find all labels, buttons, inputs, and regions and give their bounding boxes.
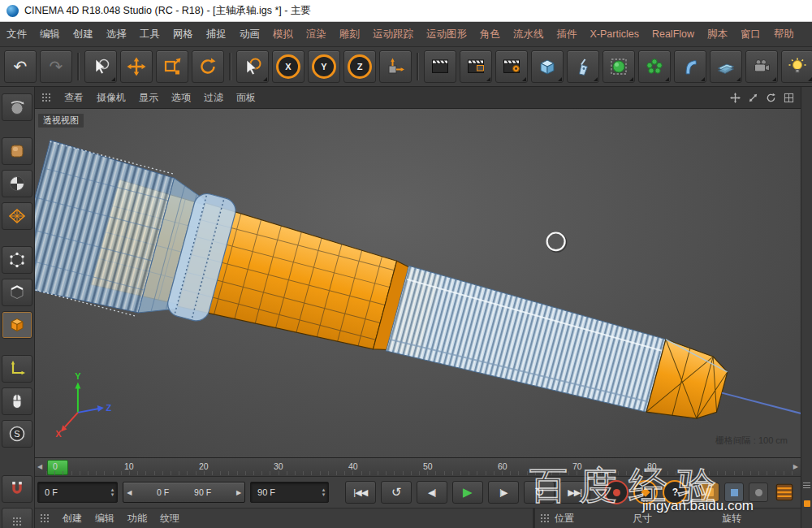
render-picture-viewer-button[interactable] bbox=[460, 50, 492, 83]
rotation-key-icon bbox=[755, 489, 762, 496]
vp-menu-panel[interactable]: 面板 bbox=[236, 91, 256, 105]
ruler-right-arrow-icon[interactable]: ▶ bbox=[793, 463, 798, 470]
floor-environment-button[interactable] bbox=[710, 50, 742, 83]
workplane-mode-button[interactable] bbox=[2, 202, 32, 230]
menu-item-animate[interactable]: 动画 bbox=[240, 28, 260, 41]
enable-axis-button[interactable] bbox=[2, 355, 32, 383]
materials-menu-texture[interactable]: 纹理 bbox=[160, 512, 179, 526]
next-key-button[interactable]: ↻ bbox=[524, 481, 555, 504]
magnet-snap-button[interactable] bbox=[2, 475, 32, 503]
mouse-icon bbox=[7, 392, 27, 411]
points-mode-button[interactable] bbox=[2, 246, 32, 274]
right-panel-strip[interactable] bbox=[801, 87, 812, 528]
current-frame-field[interactable]: 0 F ▴▾ bbox=[37, 482, 118, 503]
menu-item-simulate[interactable]: 模拟 bbox=[273, 28, 293, 41]
snap-settings-button[interactable]: S bbox=[2, 420, 32, 448]
frame-spinner[interactable]: ▴▾ bbox=[321, 487, 327, 497]
frame-range-slider[interactable]: ◀ 0 F 90 F ▶ bbox=[123, 482, 245, 503]
menu-item-motion-tracker[interactable]: 运动跟踪 bbox=[373, 28, 413, 41]
polygon-mode-button[interactable] bbox=[2, 311, 32, 339]
sidebar-grip[interactable] bbox=[2, 508, 32, 528]
vp-menu-filter[interactable]: 过滤 bbox=[204, 91, 223, 105]
materials-menu-edit[interactable]: 编辑 bbox=[95, 512, 114, 526]
lock-x-axis-button[interactable]: X bbox=[272, 50, 304, 83]
redo-button[interactable]: ↷ bbox=[40, 50, 72, 83]
coordinate-system-button[interactable] bbox=[379, 50, 412, 83]
array-generator-button[interactable] bbox=[638, 50, 671, 83]
menu-item-mograph[interactable]: 运动图形 bbox=[426, 28, 467, 41]
frame-spinner[interactable]: ▴▾ bbox=[110, 487, 116, 497]
end-frame-field[interactable]: 90 F ▴▾ bbox=[250, 482, 329, 503]
convert-object-button[interactable] bbox=[2, 93, 32, 121]
vp-menu-view[interactable]: 查看 bbox=[64, 91, 84, 105]
texture-mode-button[interactable] bbox=[2, 170, 32, 197]
menu-item-pipeline[interactable]: 流水线 bbox=[513, 28, 544, 41]
render-settings-button[interactable] bbox=[495, 50, 528, 83]
ruler-left-arrow-icon[interactable]: ◀ bbox=[37, 463, 42, 470]
vp-menu-display[interactable]: 显示 bbox=[139, 91, 158, 105]
menu-item-select[interactable]: 选择 bbox=[106, 28, 127, 41]
record-rotation-toggle[interactable] bbox=[749, 483, 768, 502]
edge-mode-button[interactable] bbox=[2, 279, 32, 306]
prev-frame-button[interactable]: ◀| bbox=[417, 481, 447, 504]
cursor-select-icon bbox=[91, 57, 110, 76]
materials-menu-create[interactable]: 创建 bbox=[63, 512, 82, 526]
cursor-circle bbox=[547, 233, 565, 251]
menu-item-plugins[interactable]: 插件 bbox=[557, 28, 577, 41]
play-button[interactable]: ▶ bbox=[452, 481, 483, 504]
menu-item-xparticles[interactable]: X-Particles bbox=[590, 28, 639, 40]
subdivision-surface-button[interactable] bbox=[603, 50, 635, 83]
record-position-toggle[interactable] bbox=[700, 483, 719, 502]
vp-menu-camera[interactable]: 摄像机 bbox=[97, 91, 126, 105]
toggle-views-icon[interactable] bbox=[784, 93, 794, 103]
camera-button[interactable] bbox=[745, 50, 778, 83]
deformer-button[interactable] bbox=[674, 50, 706, 83]
materials-menu-function[interactable]: 功能 bbox=[127, 512, 147, 526]
menu-item-file[interactable]: 文件 bbox=[6, 28, 27, 41]
render-view-button[interactable] bbox=[424, 50, 456, 83]
prev-key-button[interactable]: ↺ bbox=[381, 481, 412, 504]
menu-item-edit[interactable]: 编辑 bbox=[40, 28, 60, 41]
next-frame-button[interactable]: |▶ bbox=[488, 481, 519, 504]
keyframe-selection-button[interactable]: ? bbox=[663, 480, 687, 504]
goto-end-button[interactable]: ▶▶| bbox=[559, 481, 590, 504]
menu-item-snap[interactable]: 捕捉 bbox=[206, 28, 227, 41]
menu-item-create[interactable]: 创建 bbox=[73, 28, 93, 41]
autokey-button[interactable] bbox=[633, 480, 658, 504]
menu-item-tools[interactable]: 工具 bbox=[140, 28, 160, 41]
menu-item-sculpt[interactable]: 雕刻 bbox=[339, 28, 360, 41]
rotate-view-icon[interactable] bbox=[766, 93, 776, 103]
menu-item-render[interactable]: 渲染 bbox=[306, 28, 326, 41]
undo-button[interactable]: ↶ bbox=[4, 50, 37, 83]
spline-pen-button[interactable] bbox=[567, 50, 599, 83]
menu-item-mesh[interactable]: 网格 bbox=[173, 28, 193, 41]
move-tool-button[interactable] bbox=[120, 50, 153, 83]
light-button[interactable] bbox=[781, 50, 812, 83]
add-primitive-button[interactable] bbox=[531, 50, 564, 83]
axis-y-label: Y bbox=[75, 371, 81, 381]
timeline-ruler[interactable]: ◀ 0 10 20 30 40 50 60 70 80 ▶ bbox=[35, 458, 801, 477]
vp-menu-options[interactable]: 选项 bbox=[171, 91, 191, 105]
menu-item-realflow[interactable]: RealFlow bbox=[652, 28, 694, 40]
playhead-marker[interactable] bbox=[47, 460, 68, 475]
viewport-canvas[interactable]: Y Z X 透视视图 栅格间隔 : 100 cm bbox=[35, 109, 801, 458]
last-used-tool-button[interactable] bbox=[236, 50, 269, 83]
rotate-tool-button[interactable] bbox=[192, 50, 224, 83]
live-selection-button[interactable] bbox=[84, 50, 117, 83]
scale-tool-button[interactable] bbox=[156, 50, 188, 83]
menu-item-window[interactable]: 窗口 bbox=[741, 28, 761, 41]
menu-item-help[interactable]: 帮助 bbox=[774, 28, 794, 41]
zoom-view-icon[interactable] bbox=[748, 93, 758, 103]
pan-view-icon[interactable] bbox=[730, 93, 741, 103]
edge-mode-icon bbox=[7, 283, 27, 302]
lock-z-axis-button[interactable]: Z bbox=[343, 50, 376, 83]
viewport-navigation-button[interactable] bbox=[2, 387, 32, 415]
timeline-options-button[interactable] bbox=[773, 481, 796, 504]
menu-item-character[interactable]: 角色 bbox=[480, 28, 500, 41]
lock-y-axis-button[interactable]: Y bbox=[308, 50, 340, 83]
goto-start-button[interactable]: |◀◀ bbox=[345, 481, 376, 504]
record-keyframe-button[interactable] bbox=[604, 480, 628, 504]
model-mode-button[interactable] bbox=[2, 137, 32, 165]
record-scale-toggle[interactable] bbox=[724, 483, 744, 502]
menu-item-script[interactable]: 脚本 bbox=[707, 28, 728, 41]
